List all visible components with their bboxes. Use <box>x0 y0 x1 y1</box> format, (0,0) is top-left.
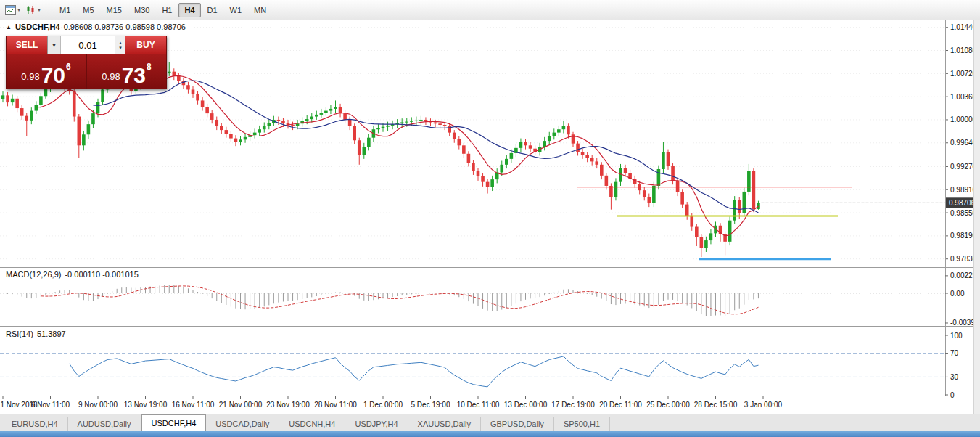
moving-average-8 <box>36 75 759 236</box>
sell-price[interactable]: 0.98706 <box>7 54 86 89</box>
svg-text:1.00720: 1.00720 <box>950 70 974 78</box>
timeframe-button-m5[interactable]: M5 <box>77 3 99 17</box>
svg-text:0.97830: 0.97830 <box>950 255 974 263</box>
timeframe-button-h4[interactable]: H4 <box>178 3 200 17</box>
svg-text:0: 0 <box>950 391 955 399</box>
symbol-timeframe-label: USDCHF,H4 <box>15 23 60 31</box>
timeframe-button-h1[interactable]: H1 <box>156 3 178 17</box>
svg-text:70: 70 <box>950 349 959 357</box>
rsi-label: RSI(14)51.3897 <box>6 330 66 338</box>
buy-price-big: 73 <box>122 66 146 85</box>
svg-text:100: 100 <box>950 332 963 340</box>
one-click-trading-panel: SELL ▾ 0.01 ▴▾ BUY 0.98706 0.98738 <box>6 36 167 89</box>
svg-text:17 Dec 19:00: 17 Dec 19:00 <box>551 401 595 409</box>
chevron-down-icon: ▾ <box>38 7 41 13</box>
buy-button[interactable]: BUY <box>125 36 166 54</box>
chart-tab-gbpusd[interactable]: GBPUSD,Daily <box>481 417 554 431</box>
svg-text:20 Dec 11:00: 20 Dec 11:00 <box>599 401 642 409</box>
stepper-up-icon: ▴ <box>119 40 122 45</box>
svg-text:23 Nov 19:00: 23 Nov 19:00 <box>266 401 310 409</box>
svg-text:13 Nov 19:00: 13 Nov 19:00 <box>124 401 168 409</box>
chevron-down-icon: ▾ <box>52 42 55 49</box>
svg-text:28 Nov 11:00: 28 Nov 11:00 <box>314 401 357 409</box>
svg-text:1.00000: 1.00000 <box>950 115 974 123</box>
svg-text:0.99270: 0.99270 <box>950 163 974 171</box>
chart-tab-xauusd[interactable]: XAUUSD,Daily <box>408 417 481 431</box>
vertical-scrollbar[interactable] <box>973 20 980 414</box>
timeframe-button-m15[interactable]: M15 <box>101 3 128 17</box>
svg-text:3 Jan 00:00: 3 Jan 00:00 <box>744 401 783 409</box>
svg-text:28 Dec 15:00: 28 Dec 15:00 <box>694 401 738 409</box>
volume-input[interactable]: 0.01 <box>61 36 115 54</box>
chart-tab-audusd[interactable]: AUDUSD,Daily <box>68 417 141 431</box>
svg-text:6 Nov 11:00: 6 Nov 11:00 <box>31 401 70 409</box>
svg-text:1 Dec 00:00: 1 Dec 00:00 <box>363 401 403 409</box>
chart-type-icon <box>26 5 36 15</box>
svg-text:-0.003904: -0.003904 <box>950 319 974 327</box>
chart-tab-usdjpy[interactable]: USDJPY,H4 <box>345 417 408 431</box>
timeframe-button-w1[interactable]: W1 <box>224 3 248 17</box>
svg-text:0.002297: 0.002297 <box>950 271 974 279</box>
timeframe-buttons: M1M5M15M30H1H4D1W1MN <box>54 3 273 17</box>
chart-area[interactable]: 1.014401.010801.007201.003601.000000.996… <box>0 20 974 414</box>
svg-text:1.00360: 1.00360 <box>950 93 974 101</box>
volume-stepper[interactable]: ▴▾ <box>115 36 125 54</box>
ohlc-values: 0.98608 0.98736 0.98598 0.98706 <box>64 23 186 31</box>
svg-text:1.01080: 1.01080 <box>950 46 974 54</box>
buy-price-pip: 8 <box>147 62 152 72</box>
window-border <box>0 431 980 437</box>
macd-layer <box>0 285 945 316</box>
svg-text:0.98910: 0.98910 <box>950 186 974 194</box>
svg-text:25 Dec 00:00: 25 Dec 00:00 <box>646 401 690 409</box>
chart-tab-usdcnh[interactable]: USDCNH,H4 <box>279 417 345 431</box>
rsi-value: 51.3897 <box>37 330 66 338</box>
svg-text:0.98706: 0.98706 <box>949 199 974 207</box>
svg-text:1.01440: 1.01440 <box>950 23 974 31</box>
svg-text:0.98190: 0.98190 <box>950 232 974 240</box>
chevron-down-icon: ▾ <box>17 7 20 13</box>
stepper-down-icon: ▾ <box>119 45 122 50</box>
svg-text:30: 30 <box>950 373 959 381</box>
chart-tab-sp500[interactable]: SP500,H1 <box>554 417 610 431</box>
new-chart-icon <box>5 5 16 15</box>
svg-text:0.99640: 0.99640 <box>950 139 974 147</box>
chart-tab-usdchf[interactable]: USDCHF,H4 <box>141 414 207 431</box>
sell-price-prefix: 0.98 <box>21 71 39 82</box>
chart-tab-usdcad[interactable]: USDCAD,Daily <box>206 417 279 431</box>
svg-text:0.98550: 0.98550 <box>950 209 974 217</box>
moving-average-20 <box>93 81 758 213</box>
chart-tabs: EURUSD,H4AUDUSD,DailyUSDCHF,H4USDCAD,Dai… <box>2 414 610 431</box>
macd-values: -0.000110 -0.001015 <box>65 270 138 279</box>
svg-text:5 Dec 19:00: 5 Dec 19:00 <box>411 401 450 409</box>
timeframe-button-m30[interactable]: M30 <box>128 3 155 17</box>
macd-name: MACD(12,26,9) <box>6 270 61 279</box>
volume-dropdown[interactable]: ▾ <box>47 36 61 54</box>
macd-signal-line <box>41 286 758 314</box>
sell-price-pip: 6 <box>66 62 71 72</box>
svg-text:10 Dec 11:00: 10 Dec 11:00 <box>457 401 500 409</box>
svg-text:0.00: 0.00 <box>950 290 965 298</box>
symbol-marker-icon: ▲ <box>6 24 12 30</box>
rsi-name: RSI(14) <box>6 330 33 338</box>
toolbar-separator <box>49 4 49 17</box>
chart-tabs-bar: EURUSD,H4AUDUSD,DailyUSDCHF,H4USDCAD,Dai… <box>0 414 980 431</box>
timeframe-button-mn[interactable]: MN <box>248 3 272 17</box>
timeframe-button-m1[interactable]: M1 <box>54 3 76 17</box>
chart-type-button[interactable]: ▾ <box>24 4 43 16</box>
new-chart-button[interactable]: ▾ <box>3 4 22 16</box>
mt4-window: ▾ ▾ M1M5M15M30H1H4D1W1MN 1.014401.010801… <box>0 0 980 437</box>
svg-text:9 Nov 00:00: 9 Nov 00:00 <box>78 401 118 409</box>
svg-text:21 Nov 00:00: 21 Nov 00:00 <box>219 401 263 409</box>
rsi-line <box>70 356 759 387</box>
buy-price-prefix: 0.98 <box>102 71 120 82</box>
buy-price[interactable]: 0.98738 <box>87 54 166 89</box>
timeframe-button-d1[interactable]: D1 <box>202 3 223 17</box>
sell-button[interactable]: SELL <box>7 36 47 54</box>
sell-price-big: 70 <box>41 66 65 85</box>
macd-label: MACD(12,26,9)-0.000110 -0.001015 <box>6 270 139 279</box>
svg-text:13 Dec 00:00: 13 Dec 00:00 <box>504 401 548 409</box>
toolbar: ▾ ▾ M1M5M15M30H1H4D1W1MN <box>0 0 980 20</box>
candles-layer <box>1 62 945 258</box>
chart-title: ▲ USDCHF,H4 0.98608 0.98736 0.98598 0.98… <box>6 23 186 31</box>
chart-tab-eurusd[interactable]: EURUSD,H4 <box>2 417 68 431</box>
